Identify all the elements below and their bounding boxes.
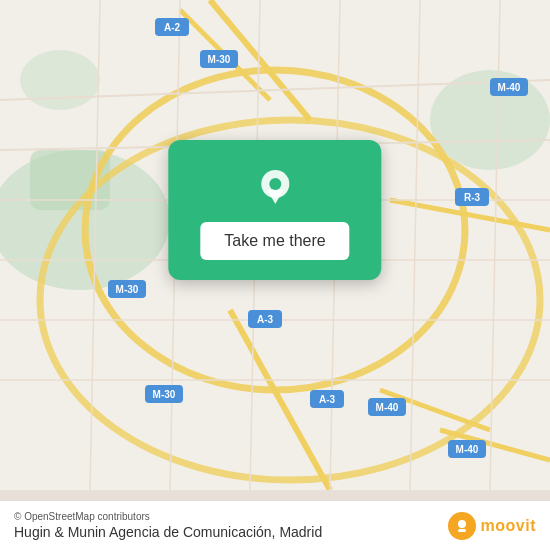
svg-text:M-40: M-40 xyxy=(376,402,399,413)
svg-point-49 xyxy=(458,520,466,528)
svg-text:A-2: A-2 xyxy=(164,22,181,33)
svg-rect-50 xyxy=(458,529,466,532)
bottom-bar: © OpenStreetMap contributors Hugin & Mun… xyxy=(0,500,550,550)
svg-text:M-30: M-30 xyxy=(208,54,231,65)
svg-text:M-40: M-40 xyxy=(456,444,479,455)
bottom-info: © OpenStreetMap contributors Hugin & Mun… xyxy=(14,511,322,540)
svg-text:R-3: R-3 xyxy=(464,192,481,203)
svg-text:M-30: M-30 xyxy=(153,389,176,400)
svg-text:M-40: M-40 xyxy=(498,82,521,93)
svg-text:M-30: M-30 xyxy=(116,284,139,295)
moovit-icon xyxy=(448,512,476,540)
svg-point-46 xyxy=(269,178,281,190)
take-me-there-button[interactable]: Take me there xyxy=(200,222,349,260)
location-card: Take me there xyxy=(168,140,381,280)
moovit-branding: moovit xyxy=(448,512,536,540)
location-name: Hugin & Munin Agencia de Comunicación, M… xyxy=(14,524,322,540)
svg-text:A-3: A-3 xyxy=(319,394,336,405)
map-container: A-2 M-30 M-30 M-30 A-3 A-3 R-3 M-40 M-40… xyxy=(0,0,550,550)
moovit-text: moovit xyxy=(481,517,536,535)
svg-point-3 xyxy=(20,50,100,110)
location-pin-icon xyxy=(251,164,299,212)
osm-attribution: © OpenStreetMap contributors xyxy=(14,511,322,522)
svg-marker-47 xyxy=(267,190,283,204)
svg-text:A-3: A-3 xyxy=(257,314,274,325)
